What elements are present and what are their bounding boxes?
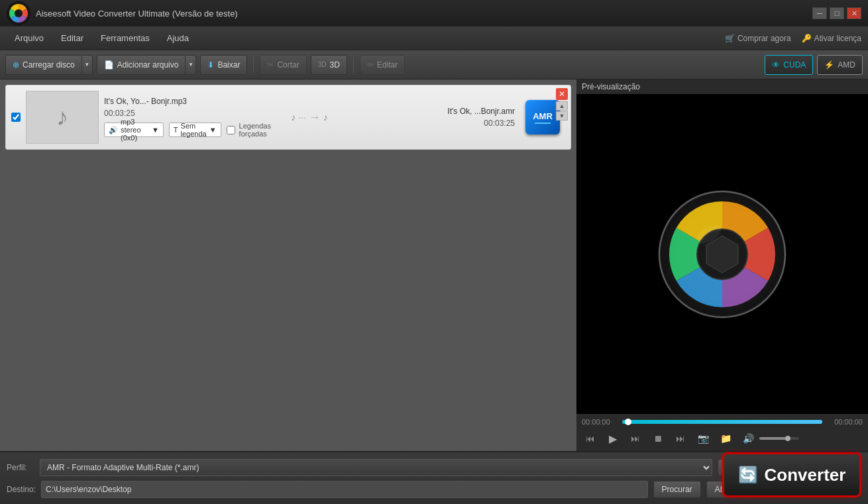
cut-icon: ✂ [267,60,274,70]
file-checkbox[interactable] [11,113,21,122]
cut-button[interactable]: ✂ Cortar [260,55,306,75]
window-controls: ─ □ ✕ [812,7,861,19]
cuda-icon: 👁 [772,60,780,70]
load-disk-icon: ⊕ [13,60,19,70]
progress-fill [622,420,822,424]
cart-icon: 🛒 [725,34,735,43]
download-icon: ⬇ [207,60,214,70]
add-file-icon: 📄 [104,60,114,70]
file-close-button[interactable]: ✕ [556,88,568,100]
convert-section: 🔄 Converter [722,452,861,497]
title-text: Aiseesoft Video Converter Ultimate (Vers… [36,9,812,19]
convert-button[interactable]: 🔄 Converter [722,452,861,497]
main-content: ♪ It's Ok, Yo...- Bonjr.mp3 00:03:25 🔊 m… [0,79,868,451]
file-list-scroll: ♪ It's Ok, Yo...- Bonjr.mp3 00:03:25 🔊 m… [5,85,571,150]
volume-container: 🔊 [739,430,799,447]
menu-bar: Arquivo Editar Ferramentas Ajuda 🛒 Compr… [0,26,868,50]
music-note-right-icon: ♪ [323,112,328,123]
threed-button[interactable]: 3D 3D [311,55,347,75]
edit-button[interactable]: ✏ Editar [360,55,405,75]
load-disk-arrow[interactable]: ▼ [82,55,93,75]
dropdown-arrow-icon2: ▼ [209,126,217,134]
output-file-name: It's Ok, ...Bonjr.amr [344,107,515,116]
scroll-up-button[interactable]: ▲ [556,101,568,111]
buy-now-button[interactable]: 🛒 Comprar agora [725,34,791,43]
add-file-group: 📄 Adicionar arquivo ▼ [97,55,197,75]
subtitle-icon: T [174,126,178,134]
screenshot-button[interactable]: 📷 [694,430,712,447]
file-meta: 🔊 mp3 stereo (0x0) ▼ T Sem legenda ▼ Leg… [104,122,275,138]
input-file-name: It's Ok, Yo...- Bonjr.mp3 [104,97,275,106]
progress-bar[interactable] [622,420,822,424]
preview-video [576,94,868,414]
output-info: It's Ok, ...Bonjr.amr 00:03:25 [344,107,515,128]
fast-forward-button[interactable]: ⏭ [627,430,644,447]
svg-point-1 [15,9,23,17]
edit-icon: ✏ [367,60,374,70]
toolbar-separator-1 [253,57,254,73]
preview-label: Pré-visualização [576,79,868,94]
output-file-duration: 00:03:25 [344,119,515,128]
menu-item-arquivo[interactable]: Arquivo [7,30,52,46]
destination-path-input[interactable] [41,481,648,498]
load-disk-group: ⊕ Carregar disco ▼ [5,55,93,75]
profile-label: Perfil: [7,463,34,472]
stop-button[interactable]: ⏹ [649,430,667,447]
scroll-arrows: ▲ ▼ [556,101,568,121]
skip-back-button[interactable]: ⏮ [582,430,599,447]
folder-button[interactable]: 📁 [717,430,734,447]
key-icon: 🔑 [802,34,812,43]
playback-controls: ⏮ ▶ ⏭ ⏹ ⏭ 📷 📁 [582,430,734,447]
format-badge: AMR [525,100,560,134]
convert-icon: 🔄 [738,466,758,484]
restore-button[interactable]: □ [830,7,844,19]
format-badge-text: AMR [533,111,553,121]
volume-thumb[interactable] [785,436,790,441]
header-actions: 🛒 Comprar agora 🔑 Ativar licença [725,34,861,43]
skip-end-button[interactable]: ⏭ [672,430,689,447]
progress-bar-container: 00:00:00 00:00:00 [582,418,863,426]
progress-thumb[interactable] [625,419,631,425]
minimize-button[interactable]: ─ [812,7,827,19]
add-file-button[interactable]: 📄 Adicionar arquivo [97,55,186,75]
input-file-duration: 00:03:25 [104,109,275,118]
music-note-icon: ♪ [56,103,68,131]
amd-icon: ⚡ [824,60,834,70]
volume-fill [759,437,787,440]
threed-icon: 3D [318,61,327,68]
profile-select[interactable]: AMR - Formato Adaptive Multi-Rate (*.amr… [40,459,712,476]
add-file-arrow[interactable]: ▼ [186,55,196,75]
forced-subtitles-label[interactable]: Legendas forçadas [227,122,276,138]
amd-button[interactable]: ⚡ AMD [817,55,863,75]
controls-row: ⏮ ▶ ⏭ ⏹ ⏭ 📷 📁 🔊 [582,430,863,447]
volume-icon-button[interactable]: 🔊 [739,430,757,447]
toolbar: ⊕ Carregar disco ▼ 📄 Adicionar arquivo ▼… [0,50,868,79]
convert-button-label: Converter [765,465,846,485]
time-end: 00:00:00 [826,418,863,426]
volume-bar[interactable] [759,437,799,440]
scroll-down-button[interactable]: ▼ [556,111,568,121]
subtitle-meta-dropdown[interactable]: T Sem legenda ▼ [169,123,221,137]
arrow-right-icon: → [309,111,321,125]
load-disk-button[interactable]: ⊕ Carregar disco [5,55,82,75]
menu-item-editar[interactable]: Editar [53,30,91,46]
file-list-area: ♪ It's Ok, Yo...- Bonjr.mp3 00:03:25 🔊 m… [0,79,576,451]
format-badge-line [535,123,551,124]
audio-meta-dropdown[interactable]: 🔊 mp3 stereo (0x0) ▼ [104,123,164,137]
activate-license-button[interactable]: 🔑 Ativar licença [802,34,861,43]
file-thumbnail: ♪ [26,91,99,144]
title-bar: Aiseesoft Video Converter Ultimate (Vers… [0,0,868,26]
play-button[interactable]: ▶ [604,430,622,447]
time-start: 00:00:00 [582,418,618,426]
file-info: It's Ok, Yo...- Bonjr.mp3 00:03:25 🔊 mp3… [104,97,275,138]
menu-item-ferramentas[interactable]: Ferramentas [93,30,158,46]
close-button[interactable]: ✕ [847,7,861,19]
browse-button[interactable]: Procurar [653,481,701,498]
audio-icon: 🔊 [109,126,118,134]
format-badge-container: AMR [525,100,560,134]
forced-subtitles-checkbox[interactable] [227,126,235,134]
cuda-button[interactable]: 👁 CUDA [765,55,813,75]
file-item: ♪ It's Ok, Yo...- Bonjr.mp3 00:03:25 🔊 m… [5,85,571,150]
download-button[interactable]: ⬇ Baixar [200,55,247,75]
menu-item-ajuda[interactable]: Ajuda [159,30,197,46]
